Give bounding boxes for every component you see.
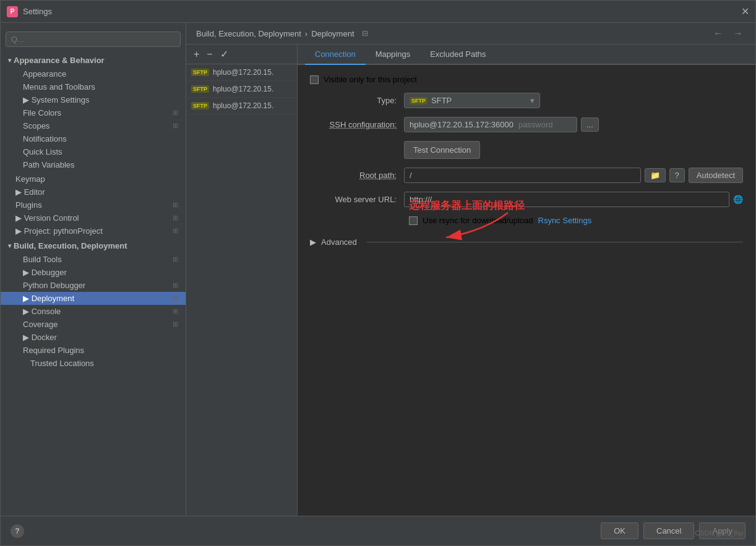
sidebar-item-path-variables[interactable]: Path Variables [1, 158, 186, 171]
test-connection-button[interactable]: Test Connection [404, 141, 480, 159]
sidebar-item-file-colors[interactable]: File Colors ⊞ [1, 106, 186, 119]
breadcrumb-pin: ⊟ [362, 29, 368, 38]
tab-connection[interactable]: Connection [305, 45, 366, 65]
sidebar-item-python-debugger[interactable]: Python Debugger ⊞ [1, 279, 186, 292]
root-path-input[interactable] [404, 168, 641, 183]
expand-arrow: ▶ [23, 268, 29, 277]
close-button[interactable]: ✕ [741, 6, 749, 17]
expand-arrow: ▶ [15, 187, 22, 197]
server-entry-2[interactable]: SFTP hpluo@172.20.15. [186, 81, 297, 98]
expand-arrow: ▶ [23, 95, 29, 105]
type-select[interactable]: SFTP SFTP ▾ [404, 93, 540, 108]
external-icon: ⊞ [173, 109, 178, 117]
ssh-config-input[interactable]: hpluo@172.20.15.172:36000 password [404, 117, 577, 132]
config-area: Connection Mappings Excluded Paths Visib… [298, 45, 755, 516]
sidebar-group-build[interactable]: ▾ Build, Execution, Deployment [1, 239, 186, 253]
breadcrumb-parent: Build, Execution, Deployment [196, 29, 301, 38]
sidebar-item-plugins[interactable]: Plugins ⊞ [1, 198, 186, 211]
rsync-label: Use rsync for download/upload [423, 216, 533, 225]
right-panel: Build, Execution, Deployment › Deploymen… [186, 23, 755, 516]
sidebar-item-editor[interactable]: ▶ Editor [1, 186, 186, 198]
deployment-panel: + − ✓ SFTP hpluo@172.20.15. SFTP hpluo@1… [186, 45, 755, 516]
sidebar-item-scopes[interactable]: Scopes ⊞ [1, 119, 186, 132]
sidebar-item-console[interactable]: ▶ Console ⊞ [1, 305, 186, 318]
type-sftp-badge: SFTP [410, 97, 427, 105]
sidebar-item-docker[interactable]: ▶ Docker [1, 331, 186, 344]
external-icon: ⊞ [173, 214, 178, 222]
cancel-button[interactable]: Cancel [643, 523, 694, 539]
check-server-button[interactable]: ✓ [218, 47, 231, 61]
tab-mappings[interactable]: Mappings [366, 45, 420, 65]
main-content: ▾ Appearance & Behavior Appearance Menus… [1, 23, 755, 516]
window-title: Settings [23, 7, 52, 16]
search-input[interactable] [6, 32, 181, 47]
sftp-badge-3: SFTP [191, 102, 209, 109]
sidebar-item-required-plugins[interactable]: Required Plugins [1, 344, 186, 357]
collapse-arrow: ▾ [8, 57, 11, 64]
server-name-2: hpluo@172.20.15. [213, 85, 273, 93]
sidebar: ▾ Appearance & Behavior Appearance Menus… [1, 23, 186, 516]
ssh-config-row: SSH configuration: hpluo@172.20.15.172:3… [310, 117, 743, 132]
advanced-header[interactable]: ▶ Advanced [310, 234, 743, 250]
ssh-label: SSH configuration: [310, 120, 397, 129]
sidebar-item-debugger[interactable]: ▶ Debugger [1, 266, 186, 279]
external-icon: ⊞ [173, 227, 178, 235]
chevron-down-icon: ▾ [530, 96, 535, 105]
sidebar-item-notifications[interactable]: Notifications [1, 132, 186, 145]
help-button[interactable]: ? [669, 168, 685, 182]
servers-list: + − ✓ SFTP hpluo@172.20.15. SFTP hpluo@1… [186, 45, 298, 516]
sidebar-item-appearance[interactable]: Appearance [1, 67, 186, 80]
sidebar-item-coverage[interactable]: Coverage ⊞ [1, 318, 186, 331]
sidebar-item-project[interactable]: ▶ Project: pythonProject ⊞ [1, 224, 186, 237]
nav-forward-button[interactable]: → [731, 28, 745, 39]
autodetect-button[interactable]: Autodetect [689, 168, 743, 183]
sidebar-group-appearance-behavior[interactable]: ▾ Appearance & Behavior [1, 53, 186, 67]
external-icon: ⊞ [173, 294, 178, 302]
sidebar-item-menus-toolbars[interactable]: Menus and Toolbars [1, 80, 186, 93]
nav-back-button[interactable]: ← [711, 28, 726, 39]
connection-form: Visible only for this project Type: SFTP… [298, 65, 755, 260]
sidebar-item-quick-lists[interactable]: Quick Lists [1, 145, 186, 158]
type-value: SFTP [431, 96, 452, 105]
external-icon: ⊞ [173, 122, 178, 130]
server-name-3: hpluo@172.20.15. [213, 101, 273, 110]
test-connection-row: Test Connection [310, 141, 743, 159]
sidebar-item-keymap[interactable]: Keymap [1, 173, 186, 186]
sidebar-item-system-settings[interactable]: ▶ System Settings [1, 93, 186, 106]
breadcrumb-separator: › [305, 29, 307, 38]
ssh-ellipsis-button[interactable]: ... [581, 117, 599, 132]
bottom-bar: ? OK Cancel Apply [1, 516, 755, 545]
help-icon-button[interactable]: ? [11, 524, 24, 538]
app-icon: P [7, 6, 18, 17]
server-entry-1[interactable]: SFTP hpluo@172.20.15. [186, 64, 297, 81]
visible-only-row: Visible only for this project [310, 75, 743, 84]
web-url-inputs: 🌐 [404, 192, 743, 207]
servers-toolbar: + − ✓ [186, 45, 297, 64]
expand-arrow: ▶ [23, 307, 29, 316]
rsync-checkbox[interactable] [409, 216, 418, 225]
tab-excluded-paths[interactable]: Excluded Paths [420, 45, 496, 65]
rsync-settings-link[interactable]: Rsync Settings [538, 216, 592, 225]
server-entry-3[interactable]: SFTP hpluo@172.20.15. [186, 98, 297, 114]
remove-server-button[interactable]: − [204, 48, 215, 61]
web-url-input[interactable] [404, 192, 729, 207]
ssh-config-inputs: hpluo@172.20.15.172:36000 password ... [404, 117, 599, 132]
sidebar-section-build: ▾ Build, Execution, Deployment Build Too… [1, 237, 186, 371]
sidebar-item-version-control[interactable]: ▶ Version Control ⊞ [1, 211, 186, 224]
sidebar-item-build-tools[interactable]: Build Tools ⊞ [1, 253, 186, 266]
sidebar-item-deployment[interactable]: ▶ Deployment ⊞ [1, 292, 186, 305]
external-icon: ⊞ [173, 307, 178, 315]
visible-only-checkbox[interactable] [310, 75, 319, 84]
root-path-row: Root path: 📁 ? Autodetect [310, 168, 743, 183]
ssh-placeholder: password [518, 120, 553, 129]
settings-window: P Settings ✕ ▾ Appearance & Behavior App… [0, 0, 756, 546]
tabs-bar: Connection Mappings Excluded Paths [298, 45, 755, 65]
folder-browse-button[interactable]: 📁 [645, 168, 666, 182]
ok-button[interactable]: OK [601, 523, 638, 539]
globe-icon: 🌐 [733, 195, 743, 204]
root-path-inputs: 📁 ? Autodetect [404, 168, 743, 183]
sidebar-item-trusted-locations[interactable]: Trusted Locations [1, 357, 186, 370]
external-icon: ⊞ [173, 255, 178, 263]
breadcrumb-bar: Build, Execution, Deployment › Deploymen… [186, 23, 755, 45]
add-server-button[interactable]: + [191, 48, 202, 61]
